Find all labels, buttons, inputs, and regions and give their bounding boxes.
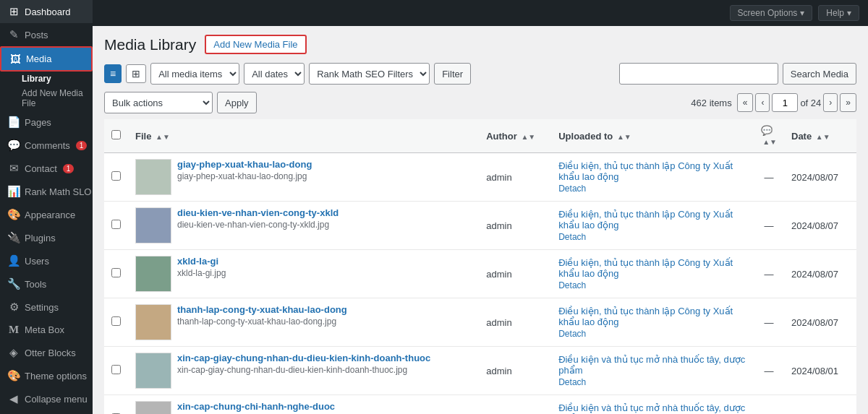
media-table: File ▲▼ Author ▲▼ Uploaded to ▲▼ 💬 ▲▼	[104, 119, 856, 414]
sidebar-item-label: Users	[25, 256, 49, 267]
file-info: xin-cap-chung-chi-hanh-nghe-duoc xin-cap…	[177, 401, 335, 414]
list-view-button[interactable]: ≡	[104, 64, 122, 83]
comments-sort-icon: ▲▼	[762, 138, 777, 146]
last-page-button[interactable]: »	[840, 93, 856, 112]
metabox-icon: M	[7, 324, 20, 336]
rankmath-icon: 📊	[7, 185, 20, 198]
file-cell: xin-cap-giay-chung-nhan-du-dieu-kien-kin…	[128, 347, 479, 395]
sidebar-item-pages[interactable]: 📄 Pages	[0, 111, 93, 134]
sidebar-item-label: Otter Blocks	[25, 348, 76, 358]
media-type-filter[interactable]: All media items	[150, 63, 239, 85]
row-checkbox[interactable]	[111, 171, 121, 181]
comments-cell: —	[754, 298, 784, 347]
file-name-link[interactable]: thanh-lap-cong-ty-xuat-khau-lao-dong	[177, 304, 347, 315]
detach-link[interactable]: Detach	[558, 280, 746, 290]
detach-link[interactable]: Detach	[558, 232, 746, 242]
sidebar-item-plugins[interactable]: 🔌 Plugins	[0, 226, 93, 249]
file-cell: dieu-kien-ve-nhan-vien-cong-ty-xkld dieu…	[128, 202, 479, 250]
uploaded-title[interactable]: Điều kiện và thủ tục mở nhà thuốc tây, d…	[558, 354, 745, 376]
sidebar-item-label: Meta Box	[25, 324, 64, 335]
date-cell: 2024/08/01	[784, 347, 856, 395]
row-checkbox[interactable]	[111, 220, 121, 229]
file-thumbnail	[135, 401, 171, 414]
first-page-button[interactable]: «	[737, 93, 754, 112]
sidebar-item-appearance[interactable]: 🎨 Appearance	[0, 203, 93, 226]
list-view-icon: ≡	[110, 68, 116, 79]
uploaded-title[interactable]: Điều kiện, thủ tục thành lập Công ty Xuấ…	[558, 306, 733, 327]
table-row: dieu-kien-ve-nhan-vien-cong-ty-xkld dieu…	[104, 202, 856, 250]
uploaded-title[interactable]: Điều kiện, thủ tục thành lập Công ty Xuấ…	[558, 257, 733, 279]
file-name-link[interactable]: xin-cap-chung-chi-hanh-nghe-duoc	[177, 401, 335, 412]
page-number-input[interactable]	[772, 93, 798, 112]
detach-link[interactable]: Detach	[558, 377, 746, 387]
uploaded-cell: Điều kiện, thủ tục thành lập Công ty Xuấ…	[551, 250, 754, 298]
row-checkbox-cell	[104, 202, 128, 250]
sidebar-item-label: Tools	[25, 279, 46, 290]
page-title: Media Library	[104, 36, 196, 53]
sidebar-item-settings[interactable]: ⚙ Settings	[0, 296, 93, 319]
grid-view-button[interactable]: ⊞	[126, 64, 146, 83]
sidebar-item-users[interactable]: 👤 Users	[0, 249, 93, 272]
sidebar-item-comments[interactable]: 💬 Comments 1	[0, 134, 93, 157]
sidebar-item-tools[interactable]: 🔧 Tools	[0, 272, 93, 296]
sidebar-item-media[interactable]: 🖼 Media	[0, 46, 93, 72]
sidebar-sub-library[interactable]: Library	[0, 72, 93, 86]
main-content: Screen Options ▾ Help ▾ Media Library Ad…	[93, 0, 868, 414]
th-comments[interactable]: 💬 ▲▼	[754, 119, 784, 153]
next-page-button[interactable]: ›	[823, 93, 838, 112]
sidebar-item-label: Appearance	[25, 210, 75, 220]
comments-icon: 💬	[7, 139, 20, 152]
file-name-link[interactable]: xkld-la-gi	[177, 256, 226, 267]
file-name-link[interactable]: giay-phep-xuat-khau-lao-dong	[177, 159, 312, 170]
search-input[interactable]	[619, 63, 778, 85]
comments-cell: —	[754, 250, 784, 298]
th-date[interactable]: Date ▲▼	[784, 119, 856, 153]
page-total: of 24	[800, 98, 821, 108]
seo-filter[interactable]: Rank Math SEO Filters	[309, 63, 430, 85]
date-filter[interactable]: All dates	[244, 63, 305, 85]
th-author[interactable]: Author ▲▼	[479, 119, 551, 153]
sidebar-item-posts[interactable]: ✎ Posts	[0, 23, 93, 46]
detach-link[interactable]: Detach	[558, 329, 746, 339]
sidebar-item-theme-options[interactable]: 🎨 Theme options	[0, 364, 93, 387]
sidebar-item-collapse[interactable]: ◀ Collapse menu	[0, 387, 93, 410]
filter-button[interactable]: Filter	[434, 63, 471, 85]
sidebar-sub-add-new[interactable]: Add New Media File	[0, 86, 93, 111]
file-filename: dieu-kien-ve-nhan-vien-cong-ty-xkld.jpg	[177, 220, 339, 230]
date-cell: 2024/08/07	[784, 153, 856, 202]
author-sort-icon: ▲▼	[521, 133, 535, 141]
sidebar-item-label: Posts	[25, 30, 48, 40]
select-all-checkbox[interactable]	[111, 130, 121, 139]
bulk-actions-select[interactable]: Bulk actions	[104, 92, 213, 113]
help-button[interactable]: Help ▾	[818, 5, 859, 21]
chevron-down-icon: ▾	[800, 8, 804, 18]
toolbar: ≡ ⊞ All media items All dates Rank Math …	[104, 63, 856, 85]
row-checkbox[interactable]	[111, 268, 121, 277]
sidebar-item-metabox[interactable]: M Meta Box	[0, 319, 93, 341]
file-name-link[interactable]: xin-cap-giay-chung-nhan-du-dieu-kien-kin…	[177, 353, 430, 363]
th-uploaded[interactable]: Uploaded to ▲▼	[551, 119, 754, 153]
sidebar-item-rank-math[interactable]: 📊 Rank Math SLO	[0, 180, 93, 203]
prev-page-button[interactable]: ‹	[755, 93, 770, 112]
sidebar-item-otter[interactable]: ◈ Otter Blocks	[0, 341, 93, 364]
row-checkbox[interactable]	[111, 365, 121, 374]
th-file[interactable]: File ▲▼	[128, 119, 479, 153]
apply-button[interactable]: Apply	[217, 92, 257, 113]
file-thumbnail	[135, 159, 171, 195]
row-checkbox[interactable]	[111, 316, 121, 326]
file-name-link[interactable]: dieu-kien-ve-nhan-vien-cong-ty-xkld	[177, 207, 339, 218]
sidebar-item-dashboard[interactable]: ⊞ Dashboard	[0, 0, 93, 23]
file-thumbnail	[135, 353, 171, 389]
search-media-button[interactable]: Search Media	[783, 63, 856, 85]
sidebar-item-label: Theme options	[25, 371, 87, 381]
uploaded-title[interactable]: Điều kiện, thủ tục thành lập Công ty Xuấ…	[558, 209, 733, 230]
uploaded-title[interactable]: Điều kiện và thủ tục mở nhà thuốc tây, d…	[558, 402, 745, 414]
detach-link[interactable]: Detach	[558, 184, 746, 194]
add-new-media-button[interactable]: Add New Media File	[205, 35, 306, 54]
uploaded-title[interactable]: Điều kiện, thủ tục thành lập Công ty Xuấ…	[558, 160, 733, 182]
posts-icon: ✎	[7, 28, 20, 41]
screen-options-button[interactable]: Screen Options ▾	[730, 5, 813, 21]
file-filename: xin-cap-giay-chung-nhan-du-dieu-kien-kin…	[177, 365, 430, 375]
sidebar-item-contact[interactable]: ✉ Contact 1	[0, 157, 93, 180]
actions-bar: Bulk actions Apply 462 items « ‹ of 24 ›…	[104, 92, 856, 113]
